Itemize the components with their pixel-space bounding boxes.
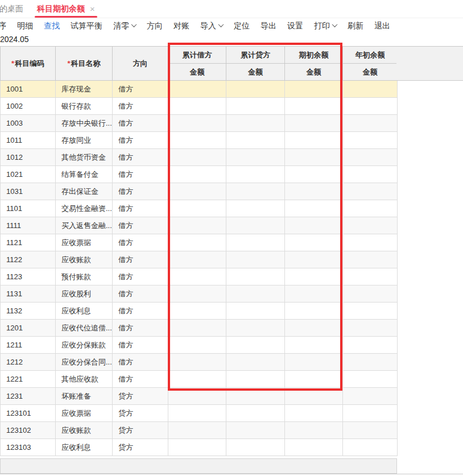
cumulative-credit-cell[interactable] <box>226 166 285 183</box>
name-cell[interactable]: 预付账款 <box>56 268 113 285</box>
cumulative-debit-cell[interactable] <box>168 81 226 98</box>
direction-cell[interactable]: 借方 <box>113 81 168 98</box>
year-begin-balance-cell[interactable] <box>343 98 398 115</box>
code-cell[interactable]: 1012 <box>1 149 56 166</box>
name-cell[interactable]: 存放同业 <box>56 132 113 149</box>
name-cell[interactable]: 应收分保合同... <box>56 354 113 371</box>
cumulative-credit-cell[interactable] <box>226 217 285 234</box>
cumulative-debit-cell[interactable] <box>168 439 226 456</box>
cumulative-debit-cell[interactable] <box>168 115 226 132</box>
opening-balance-cell[interactable] <box>285 405 343 422</box>
table-row[interactable]: 123102应收账款贷方 <box>1 422 398 439</box>
cumulative-debit-cell[interactable] <box>168 200 226 217</box>
direction-cell[interactable]: 借方 <box>113 251 168 268</box>
toolbar-item-reconcile[interactable]: 对账 <box>173 21 189 31</box>
table-row[interactable]: 1002银行存款借方 <box>1 98 398 115</box>
cumulative-credit-cell[interactable] <box>226 234 285 251</box>
cumulative-debit-cell[interactable] <box>168 285 226 303</box>
direction-cell[interactable]: 借方 <box>113 234 168 251</box>
name-cell[interactable]: 应收票据 <box>56 405 113 422</box>
cumulative-credit-cell[interactable] <box>226 354 285 371</box>
cumulative-credit-cell[interactable] <box>226 149 285 166</box>
cumulative-debit-cell[interactable] <box>168 268 226 285</box>
table-row[interactable]: 1123预付账款借方 <box>1 268 398 285</box>
toolbar-item-trial-balance[interactable]: 试算平衡 <box>71 21 102 31</box>
direction-cell[interactable]: 借方 <box>113 200 168 217</box>
cumulative-debit-cell[interactable] <box>168 217 226 234</box>
cumulative-credit-cell[interactable] <box>226 320 285 337</box>
close-icon[interactable]: × <box>90 5 95 13</box>
opening-balance-cell[interactable] <box>285 268 343 285</box>
year-begin-balance-cell[interactable] <box>343 166 398 183</box>
direction-cell[interactable]: 借方 <box>113 115 168 132</box>
cumulative-credit-cell[interactable] <box>226 81 285 98</box>
tab-my-desktop[interactable]: 我的桌面 <box>0 4 23 14</box>
table-row[interactable]: 1101交易性金融资...借方 <box>1 200 398 217</box>
year-begin-balance-cell[interactable] <box>343 422 398 439</box>
opening-balance-cell[interactable] <box>285 234 343 251</box>
opening-balance-cell[interactable] <box>285 439 343 456</box>
table-row[interactable]: 1021结算备付金借方 <box>1 166 398 183</box>
table-row[interactable]: 1122应收账款借方 <box>1 251 398 268</box>
direction-cell[interactable]: 贷方 <box>113 422 168 439</box>
code-cell[interactable]: 123103 <box>1 439 56 456</box>
opening-balance-cell[interactable] <box>285 183 343 200</box>
opening-balance-cell[interactable] <box>285 337 343 354</box>
name-cell[interactable]: 交易性金融资... <box>56 200 113 217</box>
code-cell[interactable]: 1111 <box>1 217 56 234</box>
cumulative-debit-cell[interactable] <box>168 251 226 268</box>
cumulative-debit-cell[interactable] <box>168 98 226 115</box>
year-begin-balance-cell[interactable] <box>343 439 398 456</box>
cumulative-credit-cell[interactable] <box>226 303 285 320</box>
toolbar-item-export[interactable]: 导出 <box>261 21 276 31</box>
cumulative-credit-cell[interactable] <box>226 268 285 285</box>
cumulative-credit-cell[interactable] <box>226 251 285 268</box>
direction-cell[interactable]: 借方 <box>113 303 168 320</box>
toolbar-item-import[interactable]: 导入 <box>200 21 223 31</box>
direction-cell[interactable]: 贷方 <box>113 388 168 405</box>
opening-balance-cell[interactable] <box>285 371 343 388</box>
cumulative-credit-cell[interactable] <box>226 371 285 388</box>
toolbar-item-print[interactable]: 打印 <box>314 21 337 31</box>
year-begin-balance-cell[interactable] <box>343 303 398 320</box>
code-cell[interactable]: 1231 <box>1 388 56 405</box>
year-begin-balance-cell[interactable] <box>343 200 398 217</box>
name-cell[interactable]: 应收账款 <box>56 422 113 439</box>
year-begin-balance-cell[interactable] <box>343 132 398 149</box>
direction-cell[interactable]: 借方 <box>113 320 168 337</box>
opening-balance-cell[interactable] <box>285 166 343 183</box>
opening-balance-cell[interactable] <box>285 285 343 303</box>
code-cell[interactable]: 1011 <box>1 132 56 149</box>
table-row[interactable]: 123103应收利息贷方 <box>1 439 398 456</box>
code-cell[interactable]: 123102 <box>1 422 56 439</box>
cumulative-credit-cell[interactable] <box>226 132 285 149</box>
name-cell[interactable]: 存出保证金 <box>56 183 113 200</box>
direction-cell[interactable]: 借方 <box>113 371 168 388</box>
table-row[interactable]: 1231坏账准备贷方 <box>1 388 398 405</box>
code-cell[interactable]: 1003 <box>1 115 56 132</box>
code-cell[interactable]: 1121 <box>1 234 56 251</box>
code-cell[interactable]: 1212 <box>1 354 56 371</box>
opening-balance-cell[interactable] <box>285 115 343 132</box>
cumulative-credit-cell[interactable] <box>226 388 285 405</box>
cumulative-credit-cell[interactable] <box>226 200 285 217</box>
opening-balance-cell[interactable] <box>285 388 343 405</box>
cumulative-debit-cell[interactable] <box>168 132 226 149</box>
direction-cell[interactable]: 借方 <box>113 268 168 285</box>
table-row[interactable]: 1211应收分保账款借方 <box>1 337 398 354</box>
cumulative-debit-cell[interactable] <box>168 320 226 337</box>
cumulative-debit-cell[interactable] <box>168 371 226 388</box>
year-begin-balance-cell[interactable] <box>343 320 398 337</box>
name-cell[interactable]: 应收分保账款 <box>56 337 113 354</box>
year-begin-balance-cell[interactable] <box>343 115 398 132</box>
toolbar-item-detail[interactable]: 明细 <box>17 21 33 31</box>
table-row[interactable]: 1001库存现金借方 <box>1 81 398 98</box>
direction-cell[interactable]: 借方 <box>113 285 168 303</box>
cumulative-debit-cell[interactable] <box>168 337 226 354</box>
year-begin-balance-cell[interactable] <box>343 217 398 234</box>
name-cell[interactable]: 应收代位追偿... <box>56 320 113 337</box>
cumulative-debit-cell[interactable] <box>168 405 226 422</box>
direction-cell[interactable]: 借方 <box>113 98 168 115</box>
opening-balance-cell[interactable] <box>285 320 343 337</box>
cumulative-credit-cell[interactable] <box>226 422 285 439</box>
